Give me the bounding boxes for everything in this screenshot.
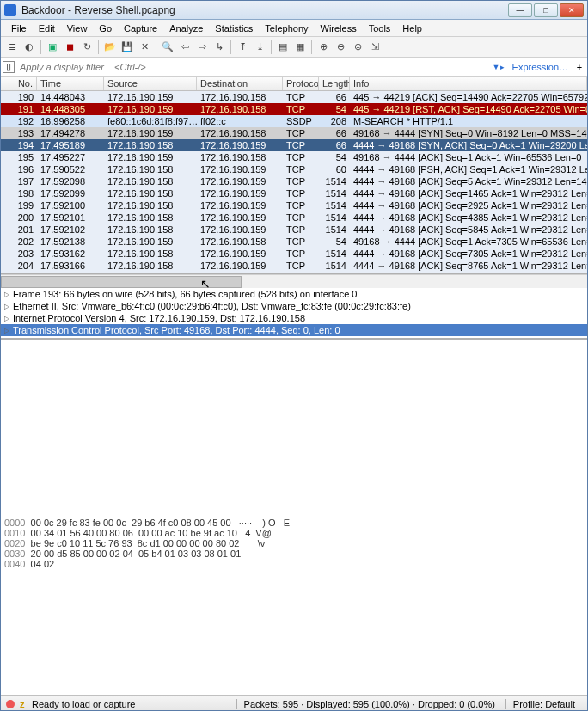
resize-columns-icon[interactable]: ⇲ (367, 40, 383, 55)
packet-row[interactable]: 20117.592102172.16.190.158172.16.190.159… (1, 224, 587, 236)
prev-icon[interactable]: ⇦ (177, 40, 193, 55)
zoom-out-icon[interactable]: ⊖ (333, 40, 348, 55)
menu-view[interactable]: View (62, 21, 93, 35)
menu-tools[interactable]: Tools (364, 21, 396, 35)
status-packet-counts: Packets: 595 · Displayed: 595 (100.0%) ·… (236, 699, 502, 709)
app-icon (4, 4, 16, 16)
detail-row[interactable]: ▷Internet Protocol Version 4, Src: 172.1… (1, 312, 587, 324)
packet-list-pane[interactable]: No. Time Source Destination Protocol Len… (1, 77, 587, 274)
detail-row[interactable]: ▷Transmission Control Protocol, Src Port… (1, 324, 587, 336)
col-no[interactable]: No. (1, 77, 37, 90)
autoscroll-icon[interactable]: ▤ (275, 40, 291, 55)
display-filter-bar: ▯ ▼▸ Expression… + (1, 58, 587, 77)
scrollbar-thumb[interactable] (1, 276, 242, 288)
menu-telephony[interactable]: Telephony (260, 21, 313, 35)
expand-icon[interactable]: ▷ (4, 291, 13, 298)
packet-row[interactable]: 19717.592098172.16.190.158172.16.190.159… (1, 175, 587, 187)
detail-row[interactable]: ▷Ethernet II, Src: Vmware_b6:4f:c0 (00:0… (1, 300, 587, 312)
col-length[interactable]: Length (319, 77, 350, 90)
expert-info-icon[interactable] (6, 700, 15, 708)
close-file-icon[interactable]: ✕ (137, 40, 152, 55)
bookmark-filter-icon[interactable]: ▯ (3, 61, 15, 73)
expand-icon[interactable]: ▷ (4, 327, 13, 334)
packet-row[interactable]: 19517.495227172.16.190.159172.16.190.158… (1, 151, 587, 163)
status-bar: z Ready to load or capture Packets: 595 … (1, 695, 587, 711)
packet-row[interactable]: 19014.448043172.16.190.159172.16.190.158… (1, 91, 587, 103)
menu-go[interactable]: Go (94, 21, 117, 35)
packet-row[interactable]: 19114.448305172.16.190.159172.16.190.158… (1, 103, 587, 115)
packet-list-hscroll[interactable]: ↖ (1, 274, 587, 288)
menu-edit[interactable]: Edit (34, 21, 60, 35)
expand-icon[interactable]: ▷ (4, 303, 13, 310)
packet-row[interactable]: 19317.494278172.16.190.159172.16.190.158… (1, 127, 587, 139)
display-filter-input[interactable] (16, 60, 490, 74)
packet-row[interactable]: 19216.996258fe80::1c6d:81f8:f97…ff02::cS… (1, 115, 587, 127)
zoom-reset-icon[interactable]: ⊜ (350, 40, 365, 55)
packet-row[interactable]: 20417.593166172.16.190.158172.16.190.159… (1, 260, 587, 272)
close-button[interactable]: ✕ (560, 3, 584, 17)
minimize-button[interactable]: — (508, 3, 532, 17)
add-filter-button[interactable]: + (573, 62, 585, 72)
save-file-icon[interactable]: 💾 (119, 40, 135, 55)
zoom-in-icon[interactable]: ⊕ (315, 40, 331, 55)
capture-options-icon[interactable]: ◐ (21, 40, 37, 55)
capture-filter-icon[interactable]: z (20, 699, 28, 709)
menu-analyze[interactable]: Analyze (164, 21, 208, 35)
packet-row[interactable]: 19917.592100172.16.190.158172.16.190.159… (1, 199, 587, 211)
col-time[interactable]: Time (37, 77, 104, 90)
start-capture-icon[interactable]: ▣ (45, 40, 60, 55)
detail-row[interactable]: ▷Frame 193: 66 bytes on wire (528 bits),… (1, 288, 587, 300)
details-empty-area (1, 340, 587, 516)
hex-row[interactable]: 0000 00 0c 29 fc 83 fe 00 0c 29 b6 4f c0… (4, 518, 584, 528)
last-packet-icon[interactable]: ⤓ (252, 40, 267, 55)
status-message: Ready to load or capture (32, 699, 233, 709)
col-destination[interactable]: Destination (197, 77, 283, 90)
col-protocol[interactable]: Protocol (283, 77, 319, 90)
packet-row[interactable]: 20317.593162172.16.190.158172.16.190.159… (1, 248, 587, 260)
interfaces-icon[interactable]: ≣ (4, 40, 20, 55)
expand-icon[interactable]: ▷ (4, 315, 13, 322)
jump-icon[interactable]: ↳ (211, 40, 227, 55)
col-source[interactable]: Source (104, 77, 197, 90)
packet-row[interactable]: 19417.495189172.16.190.158172.16.190.159… (1, 139, 587, 151)
hex-row[interactable]: 0030 20 00 d5 85 00 00 02 04 05 b4 01 03… (4, 549, 584, 559)
maximize-button[interactable]: □ (534, 3, 558, 17)
expression-button[interactable]: Expression… (507, 62, 573, 72)
filter-dropdown-icon[interactable]: ▼▸ (490, 63, 507, 71)
packet-row[interactable]: 19817.592099172.16.190.158172.16.190.159… (1, 187, 587, 199)
menu-help[interactable]: Help (397, 21, 427, 35)
packet-row[interactable]: 19617.590522172.16.190.158172.16.190.159… (1, 163, 587, 175)
hex-row[interactable]: 0040 04 02 (4, 559, 584, 569)
menu-statistics[interactable]: Statistics (210, 21, 258, 35)
stop-capture-icon[interactable]: ◼ (62, 40, 77, 55)
open-file-icon[interactable]: 📂 (102, 40, 118, 55)
menu-wireless[interactable]: Wireless (315, 21, 362, 35)
find-icon[interactable]: 🔍 (160, 40, 175, 55)
packet-details-pane[interactable]: ▷Frame 193: 66 bytes on wire (528 bits),… (1, 288, 587, 340)
menu-capture[interactable]: Capture (119, 21, 162, 35)
first-packet-icon[interactable]: ⤒ (235, 40, 250, 55)
window-title: Backdoor - Reverse Shell.pcapng (21, 4, 508, 16)
toolbar: ≣ ◐ ▣ ◼ ↻ 📂 💾 ✕ 🔍 ⇦ ⇨ ↳ ⤒ ⤓ ▤ ▦ ⊕ ⊖ ⊜ ⇲ (1, 37, 587, 58)
packet-row[interactable]: 20217.592138172.16.190.159172.16.190.158… (1, 236, 587, 248)
packet-bytes-pane[interactable]: 0000 00 0c 29 fc 83 fe 00 0c 29 b6 4f c0… (1, 516, 587, 696)
status-profile[interactable]: Profile: Default (505, 699, 582, 709)
colorize-icon[interactable]: ▦ (292, 40, 308, 55)
packet-list-header[interactable]: No. Time Source Destination Protocol Len… (1, 77, 587, 91)
next-icon[interactable]: ⇨ (194, 40, 210, 55)
packet-row[interactable]: 20017.592101172.16.190.158172.16.190.159… (1, 211, 587, 224)
menu-bar: FileEditViewGoCaptureAnalyzeStatisticsTe… (1, 20, 587, 37)
col-info[interactable]: Info (350, 77, 587, 90)
menu-file[interactable]: File (6, 21, 32, 35)
restart-capture-icon[interactable]: ↻ (79, 40, 95, 55)
hex-row[interactable]: 0010 00 34 01 56 40 00 80 06 00 00 ac 10… (4, 528, 584, 538)
title-bar: Backdoor - Reverse Shell.pcapng — □ ✕ (1, 1, 587, 20)
hex-row[interactable]: 0020 be 9e c0 10 11 5c 76 93 8c d1 00 00… (4, 538, 584, 549)
